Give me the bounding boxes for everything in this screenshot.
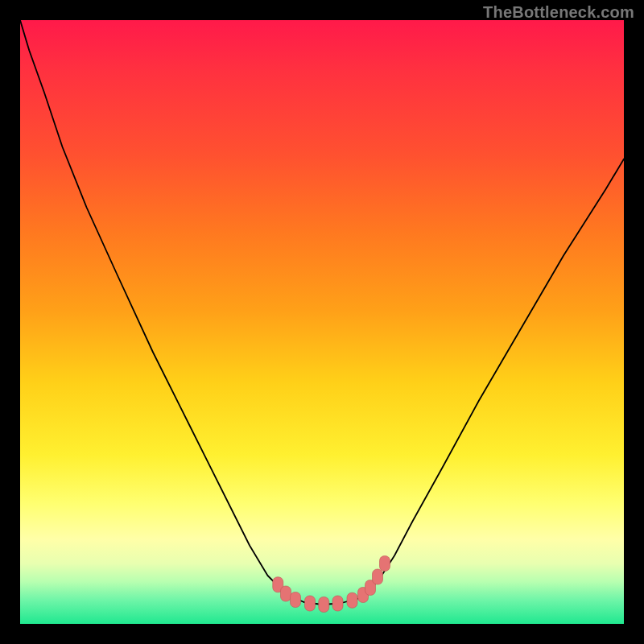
- curve-marker: [373, 569, 383, 584]
- curve-marker: [332, 596, 343, 611]
- curve-path: [20, 20, 624, 605]
- curve-marker: [347, 592, 357, 608]
- curve-marker: [380, 556, 390, 572]
- bottleneck-curve: [20, 20, 624, 624]
- curve-marker: [319, 597, 329, 613]
- curve-marker: [281, 586, 291, 601]
- curve-marker: [305, 596, 316, 611]
- watermark-text: TheBottleneck.com: [483, 3, 634, 22]
- chart-frame: TheBottleneck.com: [0, 0, 644, 644]
- curve-marker: [291, 592, 301, 608]
- plot-area: [20, 20, 624, 624]
